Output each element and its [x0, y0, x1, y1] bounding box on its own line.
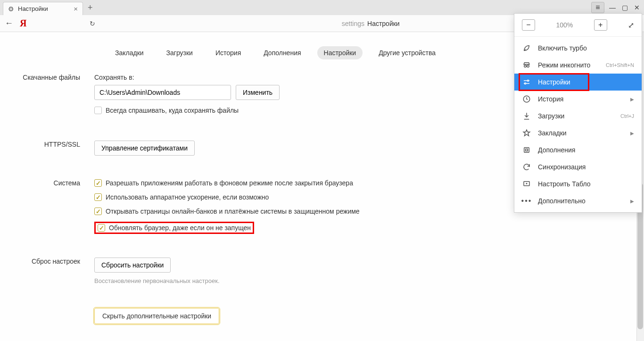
menu-item-incognito[interactable]: Режим инкогнитоCtrl+Shift+N	[514, 57, 642, 74]
menu-item-sliders[interactable]: Настройки	[514, 74, 642, 91]
system-opt-checkbox-3[interactable]	[98, 224, 105, 232]
main-menu-button[interactable]: ≡	[591, 2, 604, 13]
incognito-icon	[522, 61, 531, 69]
svg-rect-6	[526, 149, 528, 151]
system-opt-checkbox-0[interactable]	[94, 179, 102, 187]
minimize-button[interactable]: —	[608, 3, 617, 12]
sliders-icon	[522, 78, 531, 86]
new-tab-button[interactable]: +	[88, 3, 93, 13]
save-in-label: Сохранять в:	[94, 74, 453, 81]
change-path-button[interactable]: Изменить	[236, 85, 280, 100]
svg-point-2	[528, 80, 529, 82]
menu-item-label: Дополнительно	[538, 197, 624, 205]
menu-item-download[interactable]: ЗагрузкиCtrl+J	[514, 108, 642, 125]
maximize-button[interactable]: ▢	[620, 3, 629, 12]
submenu-arrow-icon: ▶	[630, 199, 634, 204]
zoom-out-button[interactable]: −	[522, 19, 535, 31]
nav-tab-3[interactable]: Дополнения	[257, 46, 307, 59]
nav-tab-1[interactable]: Загрузки	[160, 46, 199, 59]
submenu-arrow-icon: ▶	[630, 131, 634, 136]
nav-tab-2[interactable]: История	[209, 46, 248, 59]
fullscreen-button[interactable]: ⤢	[628, 21, 634, 30]
nav-tab-5[interactable]: Другие устройства	[372, 46, 442, 59]
back-button[interactable]: ←	[5, 18, 13, 28]
menu-item-sync[interactable]: Синхронизация	[514, 158, 642, 175]
nav-tab-4[interactable]: Настройки	[317, 46, 363, 59]
gear-icon: ⚙	[8, 5, 14, 13]
reset-help-text: Восстановление первоначальных настроек.	[94, 277, 453, 284]
tab-close-icon[interactable]: ×	[74, 5, 78, 13]
menu-item-label: Настройки	[538, 78, 634, 86]
reset-settings-button[interactable]: Сбросить настройки	[94, 258, 171, 273]
hide-advanced-button[interactable]: Скрыть дополнительные настройки	[94, 308, 219, 324]
zoom-in-button[interactable]: +	[594, 19, 607, 31]
menu-item-history[interactable]: История▶	[514, 91, 642, 108]
url-prefix: settings	[342, 20, 364, 27]
history-icon	[522, 95, 531, 103]
close-window-button[interactable]: ✕	[633, 3, 641, 12]
svg-point-1	[527, 65, 529, 67]
rocket-icon	[522, 44, 531, 52]
system-opt-label-0: Разрешать приложениям работать в фоновом…	[106, 179, 353, 187]
tablo-icon	[522, 180, 531, 188]
system-opt-checkbox-2[interactable]	[94, 208, 102, 215]
menu-item-label: Закладки	[538, 129, 624, 137]
section-https-label: HTTPS/SSL	[0, 141, 94, 156]
star-icon	[522, 129, 531, 137]
menu-item-label: Включить турбо	[538, 44, 634, 52]
system-opt-label-2: Открывать страницы онлайн-банков и платё…	[106, 208, 360, 215]
browser-tab[interactable]: ⚙ Настройки ×	[3, 2, 83, 15]
system-opt-label-1: Использовать аппаратное ускорение, если …	[106, 193, 269, 201]
reload-button[interactable]: ↻	[90, 20, 95, 27]
menu-item-more[interactable]: •••Дополнительно▶	[514, 192, 642, 209]
system-opt-label-3: Обновлять браузер, даже если он не запущ…	[109, 224, 251, 232]
menu-item-label: Загрузки	[538, 112, 614, 120]
svg-rect-5	[524, 148, 529, 153]
sync-icon	[522, 163, 531, 171]
menu-item-label: История	[538, 95, 624, 103]
ask-save-label: Всегда спрашивать, куда сохранять файлы	[106, 107, 239, 114]
zoom-row: − 100% + ⤢	[514, 14, 642, 37]
menu-item-label: Синхронизация	[538, 163, 634, 171]
menu-item-puzzle[interactable]: Дополнения	[514, 141, 642, 158]
menu-item-tablo[interactable]: Настроить Табло	[514, 175, 642, 192]
zoom-value: 100%	[556, 21, 573, 29]
menu-item-shortcut: Ctrl+J	[620, 113, 634, 119]
ask-save-checkbox[interactable]	[94, 107, 102, 114]
download-icon	[522, 112, 531, 120]
manage-certificates-button[interactable]: Управление сертификатами	[94, 141, 195, 156]
submenu-arrow-icon: ▶	[630, 97, 634, 102]
url-title: Настройки	[367, 20, 400, 27]
main-menu: − 100% + ⤢ Включить турбоРежим инкогнито…	[514, 13, 642, 213]
nav-tab-0[interactable]: Закладки	[108, 46, 150, 59]
tab-title: Настройки	[18, 5, 74, 12]
menu-item-shortcut: Ctrl+Shift+N	[606, 62, 634, 68]
svg-point-3	[525, 83, 526, 84]
section-reset-label: Сброс настроек	[0, 258, 94, 284]
svg-point-0	[524, 65, 527, 67]
menu-item-label: Дополнения	[538, 146, 634, 154]
highlight-update-option: Обновлять браузер, даже если он не запущ…	[94, 222, 254, 234]
yandex-logo-icon[interactable]: Я	[20, 18, 26, 29]
menu-item-label: Настроить Табло	[538, 180, 634, 188]
menu-item-label: Режим инкогнито	[538, 61, 599, 69]
system-opt-checkbox-1[interactable]	[94, 193, 102, 201]
puzzle-icon	[522, 146, 531, 154]
menu-item-star[interactable]: Закладки▶	[514, 125, 642, 141]
download-path-input[interactable]	[94, 85, 231, 100]
more-icon: •••	[522, 197, 531, 205]
section-system-label: Система	[0, 179, 94, 234]
menu-item-rocket[interactable]: Включить турбо	[514, 40, 642, 57]
section-downloads-label: Скачанные файлы	[0, 74, 94, 114]
